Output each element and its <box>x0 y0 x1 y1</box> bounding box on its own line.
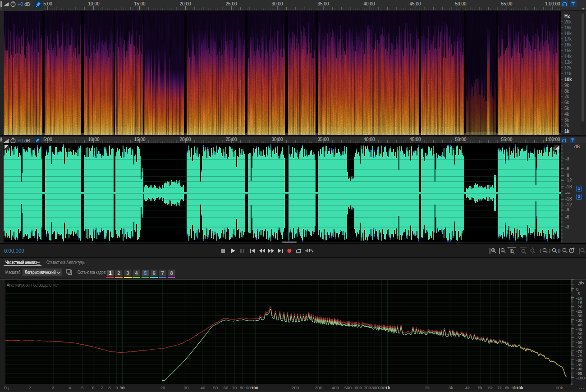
svg-text:}: } <box>549 248 551 253</box>
svg-text:{}: {} <box>558 248 561 253</box>
svg-text:{: { <box>540 248 541 253</box>
